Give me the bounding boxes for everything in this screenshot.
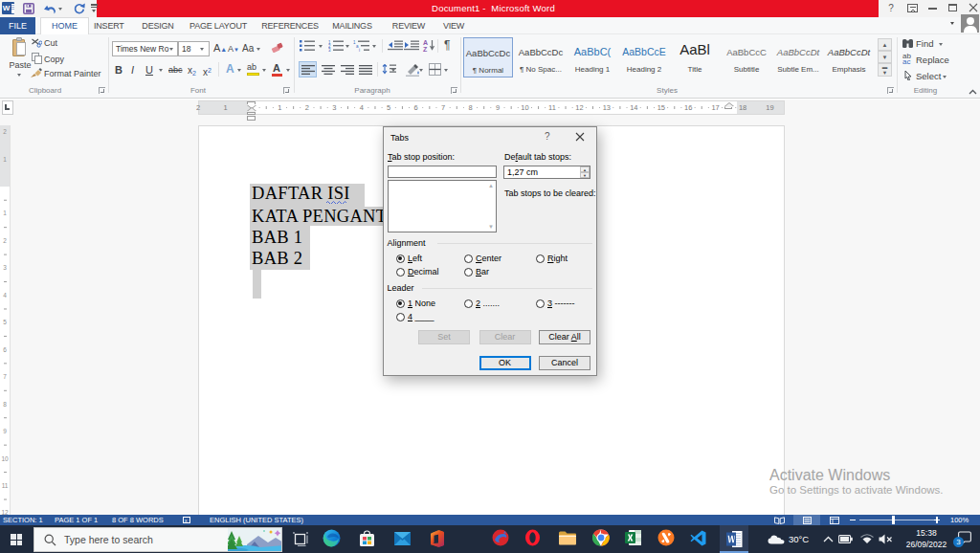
svg-text:i: i <box>359 48 360 52</box>
svg-text:3: 3 <box>328 48 331 52</box>
